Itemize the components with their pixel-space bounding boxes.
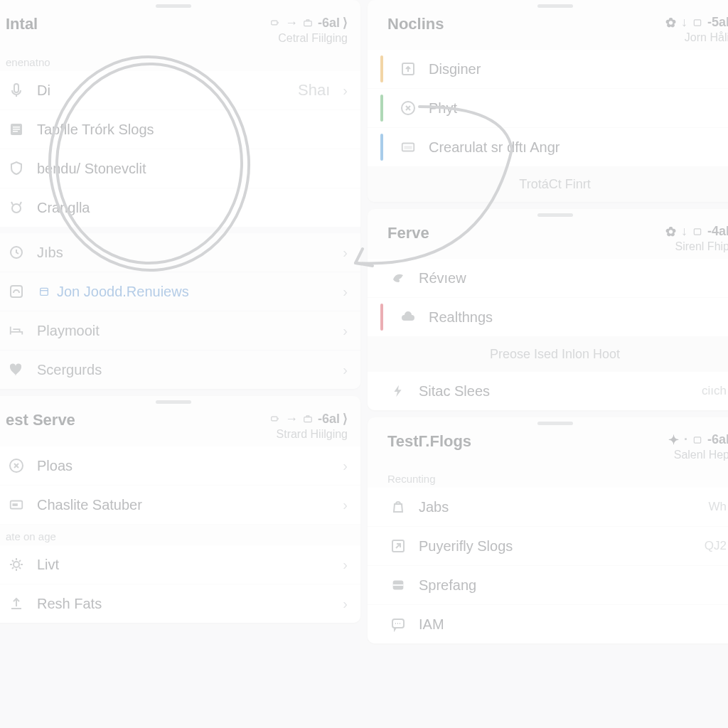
svg-rect-8	[13, 129, 20, 130]
svg-rect-14	[272, 417, 277, 421]
book-icon	[690, 433, 705, 447]
row-disginer[interactable]: Disginer	[368, 50, 728, 89]
mic-icon	[6, 80, 27, 101]
row-label: Playmooit	[37, 323, 333, 339]
row-livt[interactable]: Livt ›	[0, 545, 360, 584]
row-badge: ciıch	[702, 384, 727, 398]
close-circle-icon	[6, 455, 27, 476]
row-label: Tapflle Trórk Slogs	[37, 122, 335, 138]
chevron-right-icon: ›	[343, 596, 348, 612]
row-bendu[interactable]: bendu/ Stonevclit	[0, 149, 360, 188]
window-icon	[397, 136, 419, 158]
bolt-icon	[387, 380, 409, 402]
svg-rect-26	[694, 228, 700, 234]
row-label: Sitac Slees	[419, 383, 692, 400]
document-icon	[6, 119, 27, 140]
row-label: Crearulat sr dftı Angr	[429, 139, 728, 156]
row-puyerifly[interactable]: Puyerifly Slogs QJ2	[368, 527, 728, 566]
panel-footer-link[interactable]: TrotáCt Finrt	[368, 167, 728, 202]
svg-rect-13	[41, 288, 48, 295]
svg-rect-4	[304, 21, 312, 26]
row-label: Disginer	[429, 61, 728, 77]
section-label: ate on age	[0, 525, 360, 545]
chevron-right-icon: ›	[343, 82, 348, 99]
svg-rect-27	[694, 437, 700, 442]
svg-rect-9	[13, 131, 18, 132]
row-label: Chaslite Satuber	[37, 497, 333, 513]
row-label: IAM	[419, 616, 728, 633]
gear-icon	[6, 554, 27, 575]
row-label: bendu/ Stonevclit	[37, 161, 348, 177]
row-label: Puyerifly Slogs	[419, 538, 695, 555]
row-jabs[interactable]: Jabs Wh	[368, 488, 728, 527]
row-playmooit[interactable]: Playmooit ›	[0, 311, 360, 350]
status-text: -5al	[707, 15, 728, 30]
panel-title: est Serve	[6, 411, 75, 429]
panel-subtitle: Jorn Håli	[664, 31, 728, 44]
svg-rect-12	[11, 286, 22, 297]
animal-icon	[6, 197, 27, 218]
row-tapflle[interactable]: Tapflle Trórk Slogs	[0, 110, 360, 149]
panel-ferve: Ferve ✿ ↓ -4al Sirenl Fhip Révıew	[368, 209, 728, 410]
row-label: Jabs	[419, 499, 699, 515]
panel-title: Noclins	[387, 15, 444, 33]
row-sprefang[interactable]: Sprefang	[368, 566, 728, 605]
status-line: ✿ ↓ -4al	[664, 224, 728, 239]
row-label: Ploas	[37, 458, 333, 474]
clock-icon	[6, 242, 27, 263]
row-chaslite[interactable]: Chaslite Satuber ›	[0, 486, 360, 525]
svg-rect-16	[304, 417, 312, 422]
panel-footer-link[interactable]: Preose Ised Inlon Hoot	[368, 337, 728, 372]
panel-title: Intal	[6, 15, 38, 33]
battery-icon	[268, 16, 282, 30]
panel-title: Ferve	[387, 224, 429, 242]
book-icon	[690, 16, 705, 30]
svg-rect-3	[277, 22, 278, 23]
row-realthngs[interactable]: Realthngs	[368, 298, 728, 337]
row-jibs[interactable]: Jıbs ›	[0, 233, 360, 272]
row-ploas[interactable]: Ploas ›	[0, 446, 360, 486]
gear-icon: ✿	[664, 225, 678, 239]
row-label: Cranglla	[37, 200, 348, 216]
row-jon-joodd[interactable]: Jon Joodd.Renuiews ›	[0, 272, 360, 311]
status-text: -6al	[707, 432, 728, 447]
row-badge: QJ2	[705, 539, 727, 553]
status-line: → -6al ⟩	[268, 411, 348, 427]
color-bar	[380, 134, 383, 161]
chevron-right-icon: ›	[343, 245, 348, 261]
upload-icon	[6, 593, 27, 614]
bed-icon	[6, 320, 27, 341]
svg-rect-19	[13, 503, 18, 506]
message-icon	[387, 614, 409, 635]
row-di[interactable]: Di Shaı ›	[0, 71, 360, 110]
row-resh-fats[interactable]: Resh Fats ›	[0, 584, 360, 623]
row-phyt[interactable]: Phyt	[368, 89, 728, 128]
panel-noclins: Noclins ✿ ↓ -5al Jorn Håli Disginer	[368, 0, 728, 202]
svg-point-20	[14, 562, 19, 567]
row-crearulat[interactable]: Crearulat sr dftı Angr	[368, 128, 728, 167]
battery-icon	[268, 412, 282, 426]
row-label: Révıew	[419, 270, 728, 287]
svg-rect-7	[13, 127, 20, 128]
svg-rect-25	[405, 146, 412, 149]
cloud-icon	[397, 306, 419, 328]
row-label: Scergurds	[37, 362, 333, 378]
panel-subtitle: Strard Hiilging	[268, 428, 348, 441]
bird-icon	[387, 267, 409, 289]
row-label: Jıbs	[37, 245, 333, 261]
shield-icon	[6, 158, 27, 179]
status-text: -6al	[318, 412, 340, 427]
book-icon	[690, 225, 705, 239]
row-scergurds[interactable]: Scergurds ›	[0, 350, 360, 389]
row-label: Resh Fats	[37, 596, 333, 612]
row-review[interactable]: Révıew	[368, 259, 728, 298]
briefcase-icon	[301, 412, 315, 426]
panel-est-serve: est Serve → -6al ⟩ Strard Hiilging P	[0, 396, 360, 623]
chevron-right-icon: ›	[343, 284, 348, 300]
svg-rect-2	[272, 21, 277, 25]
row-cranglla[interactable]: Cranglla	[0, 188, 360, 228]
svg-rect-5	[14, 84, 18, 92]
row-sitac-slees[interactable]: Sitac Slees ciıch	[368, 372, 728, 410]
chevron-right-icon: ›	[343, 323, 348, 339]
row-iam[interactable]: IAM	[368, 605, 728, 643]
